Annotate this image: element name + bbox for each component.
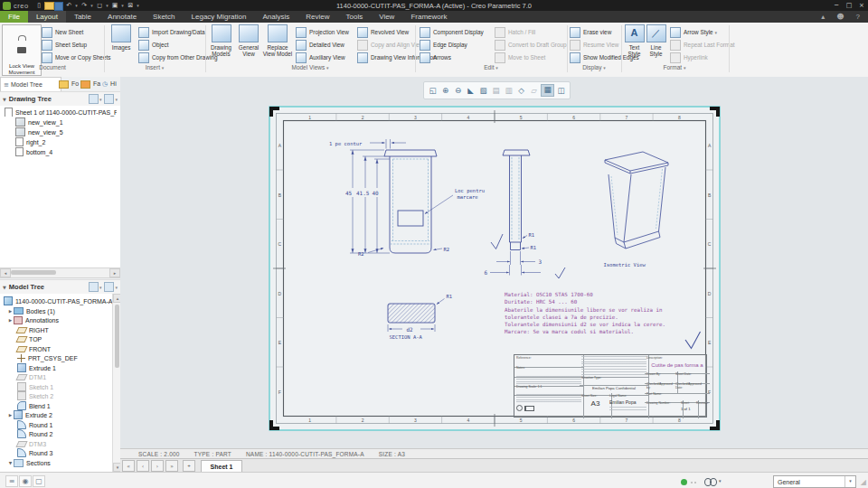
- tree-item-part-root[interactable]: 1140-0000-CUTIT-PAS_FORMA-A.PRT: [0, 296, 116, 305]
- group-format[interactable]: Format ▾: [622, 64, 727, 70]
- vscroll-thumb[interactable]: [115, 305, 119, 368]
- resize-grip-icon[interactable]: ◢: [861, 478, 866, 486]
- arrows-button[interactable]: Arrows: [420, 52, 451, 63]
- search-dropdown-icon[interactable]: ▾: [719, 478, 722, 483]
- datum-filters-icon[interactable]: ▦: [541, 84, 554, 97]
- collapse-icon[interactable]: ▼: [3, 285, 6, 290]
- tab-review[interactable]: Review: [297, 11, 337, 23]
- zoom-region-icon[interactable]: ◱: [427, 85, 439, 96]
- model-tree-filters-icon[interactable]: [89, 282, 99, 292]
- saved-views-icon[interactable]: ▤: [490, 85, 502, 96]
- component-display-button[interactable]: Component Display: [420, 26, 484, 38]
- window-box-icon[interactable]: ▢: [33, 475, 45, 487]
- tab-table[interactable]: Table: [66, 11, 99, 23]
- auxiliary-view-button[interactable]: Auxiliary View: [296, 52, 345, 63]
- undo-icon[interactable]: ↶: [64, 1, 74, 10]
- tree-item-new-view-1[interactable]: new_view_1: [0, 117, 127, 127]
- windows-icon[interactable]: ▣: [110, 1, 120, 10]
- group-insert[interactable]: Insert ▾: [105, 64, 204, 70]
- minimize-ribbon-icon[interactable]: ▴: [813, 11, 833, 23]
- arrow-style-button[interactable]: Arrow Style ▾: [670, 26, 717, 38]
- tab-file[interactable]: File: [0, 11, 28, 23]
- move-copy-sheets-button[interactable]: Move or Copy Sheets: [42, 52, 110, 63]
- model-tree-settings-icon[interactable]: [104, 282, 114, 292]
- drawing-models-button[interactable]: Drawing Models: [208, 24, 234, 57]
- tree-item-right-plane[interactable]: RIGHT: [0, 325, 129, 334]
- maximize-button[interactable]: □: [843, 1, 855, 10]
- scroll-left-icon[interactable]: ◂: [0, 268, 11, 277]
- new-sheet-button[interactable]: New Sheet: [42, 26, 83, 38]
- tab-view[interactable]: View: [371, 11, 402, 23]
- expand-icon[interactable]: ▶: [7, 309, 14, 314]
- tree-item-sketch-1[interactable]: Sketch 1: [0, 382, 129, 391]
- model-tree-header[interactable]: ▼ Model Tree ▾ ▾: [0, 279, 120, 295]
- images-button[interactable]: Images: [107, 24, 136, 51]
- title-block[interactable]: Reference: Notes: Drawing Scale: 1:1 Sit…: [514, 354, 707, 418]
- projection-view-button[interactable]: Projection View: [296, 26, 349, 38]
- tree-settings-icon[interactable]: [104, 94, 114, 104]
- tree-item-annotations[interactable]: ▶Annotations: [0, 315, 119, 324]
- tree-item-bodies[interactable]: ▶Bodies (1): [0, 306, 119, 315]
- group-edit[interactable]: Edit ▾: [417, 64, 565, 70]
- web-browser-icon[interactable]: ◉: [19, 475, 32, 487]
- import-drawing-button[interactable]: Import Drawing/Data: [138, 26, 205, 38]
- tree-item-right-2[interactable]: right_2: [0, 137, 127, 146]
- collapse-icon[interactable]: ▼: [3, 97, 6, 102]
- last-sheet-icon[interactable]: »: [165, 460, 178, 472]
- quick-access-customize-icon[interactable]: ▾: [136, 1, 141, 10]
- detailed-view-button[interactable]: Detailed View: [296, 39, 344, 51]
- close-window-icon[interactable]: ⊠: [126, 1, 136, 10]
- selection-filter-select[interactable]: General ▾: [773, 475, 856, 488]
- erase-view-button[interactable]: Erase view: [570, 26, 611, 38]
- tree-item-round-3[interactable]: Round 3: [0, 448, 129, 457]
- tree-item-blend-1[interactable]: Blend 1: [0, 401, 129, 410]
- tree-item-round-1[interactable]: Round 1: [0, 420, 129, 429]
- view-graph-icon[interactable]: ◫: [555, 85, 567, 96]
- zoom-out-icon[interactable]: ⊖: [452, 85, 464, 96]
- tree-item-sketch-2[interactable]: Sketch 2: [0, 391, 129, 400]
- redo-icon[interactable]: ↷: [80, 1, 90, 10]
- revolved-view-button[interactable]: Revolved View: [357, 26, 409, 38]
- sheet-setup-button[interactable]: Sheet Setup: [42, 39, 87, 51]
- search-icon[interactable]: [704, 478, 717, 485]
- tab-legacy-migration[interactable]: Legacy Migration: [184, 11, 255, 23]
- zoom-in-icon[interactable]: ⊕: [439, 85, 451, 96]
- tree-filters-icon[interactable]: [89, 94, 99, 104]
- general-view-button[interactable]: General View: [236, 24, 261, 57]
- add-sheet-button[interactable]: +: [183, 460, 195, 472]
- scroll-right-icon[interactable]: ▸: [109, 268, 120, 277]
- collapse-icon[interactable]: ▼: [7, 461, 14, 465]
- tree-item-extrude-2[interactable]: ▶Extrude 2: [0, 410, 119, 419]
- select-region-icon[interactable]: ◻: [95, 1, 105, 10]
- line-style-button[interactable]: ／Line Style: [646, 24, 666, 57]
- tree-item-dtm1[interactable]: DTM1: [0, 372, 129, 381]
- tab-framework[interactable]: Framework: [402, 11, 455, 23]
- tree-item-dtm3[interactable]: DTM3: [0, 439, 129, 448]
- object-button[interactable]: Object: [138, 39, 168, 51]
- tree-item-sections[interactable]: ▼Sections: [0, 458, 119, 467]
- help-icon[interactable]: ?: [848, 11, 868, 23]
- open-file-icon[interactable]: [44, 1, 54, 10]
- drawing-tree-header[interactable]: ▼ Drawing Tree ▾ ▾: [0, 91, 120, 107]
- close-button[interactable]: ×: [855, 1, 868, 10]
- text-style-button[interactable]: AText Style: [624, 24, 645, 57]
- replace-view-model-button[interactable]: Replace View Model: [262, 24, 293, 57]
- edge-display-button[interactable]: Edge Display: [420, 39, 467, 51]
- tab-sheet-1[interactable]: Sheet 1: [201, 460, 242, 473]
- minimize-button[interactable]: ─: [830, 1, 843, 10]
- repaint-icon[interactable]: ◣: [465, 85, 476, 96]
- user-icon[interactable]: ☻: [833, 11, 847, 23]
- new-file-icon[interactable]: ▯: [34, 1, 44, 10]
- drawing-tree-hscrollbar[interactable]: ◂ ▸: [0, 267, 120, 278]
- tree-item-top-plane[interactable]: TOP: [0, 334, 129, 343]
- prev-sheet-icon[interactable]: ‹: [137, 460, 149, 472]
- tab-tools[interactable]: Tools: [338, 11, 372, 23]
- annotation-display-icon[interactable]: ▱: [528, 85, 540, 96]
- next-sheet-icon[interactable]: ›: [151, 460, 164, 472]
- display-style-icon[interactable]: ▧: [477, 85, 489, 96]
- group-display[interactable]: Display ▾: [568, 64, 620, 70]
- tree-item-new-view-5[interactable]: new_view_5: [0, 127, 127, 136]
- hscroll-thumb[interactable]: [11, 270, 56, 275]
- tree-columns-icon[interactable]: ≡: [5, 475, 18, 487]
- tree-item-round-2[interactable]: Round 2: [0, 429, 129, 438]
